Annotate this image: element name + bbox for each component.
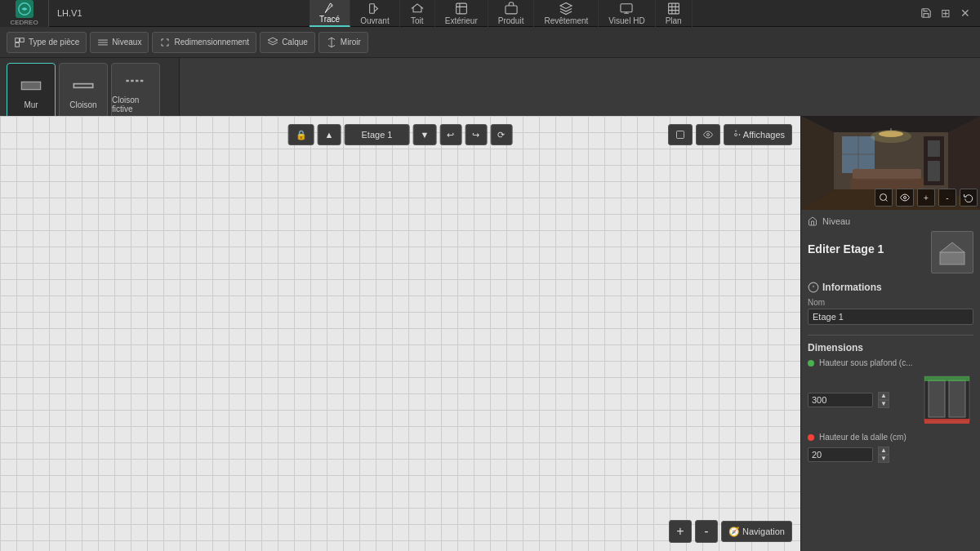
divider-1 — [808, 335, 973, 335]
secondbar: Type de pièce Niveaux Redimensionnement … — [0, 27, 980, 58]
nav-exterieur[interactable]: Extérieur — [435, 0, 488, 27]
svg-rect-95 — [949, 380, 965, 417]
view-btn-2[interactable] — [696, 124, 720, 145]
canvas-area[interactable]: 23.57 m² 54.05 m² 28.93 m² 69.77 m² 10.5… — [0, 116, 800, 551]
panel-content: Niveau Editer Etage 1 Informations — [801, 210, 980, 551]
svg-point-87 — [904, 197, 906, 199]
affichages-btn[interactable]: Affichages — [724, 124, 792, 145]
svg-rect-7 — [20, 38, 24, 42]
plafond-dot — [808, 360, 814, 367]
save-window-btn[interactable] — [920, 7, 933, 20]
window-controls: ⊞ ✕ — [911, 7, 980, 20]
nav-tools: Tracé Ouvrant Toit Extérieur Produit Rev… — [91, 0, 911, 27]
svg-point-66 — [734, 134, 737, 136]
nom-input[interactable] — [808, 309, 973, 325]
svg-rect-88 — [940, 252, 964, 264]
preview-icons: + - — [875, 189, 978, 207]
dalle-dot — [808, 434, 814, 441]
nav-revetement[interactable]: Revêtement — [534, 0, 599, 27]
plafond-spin: ▲ ▼ — [878, 392, 889, 408]
topbar: CEDREO LH.V1 Tracé Ouvrant Toit Extérieu… — [0, 0, 980, 27]
svg-point-68 — [739, 135, 740, 136]
svg-rect-6 — [16, 38, 20, 42]
svg-rect-5 — [668, 3, 679, 14]
hauteur-plafond-row: Hauteur sous plafond (c... — [808, 358, 973, 367]
redo-btn[interactable]: ↪ — [465, 124, 487, 145]
btn-calque[interactable]: Calque — [260, 32, 315, 53]
floor-up-btn[interactable]: ▲ — [318, 124, 341, 145]
floor-label[interactable]: Etage 1 — [345, 124, 410, 145]
dim-diagram — [920, 372, 973, 428]
tool-cloison-fictive[interactable]: Cloison fictive — [111, 63, 160, 120]
svg-point-67 — [735, 131, 736, 131]
hauteur-plafond-input-row: ▲ ▼ — [808, 372, 973, 428]
btn-miroir[interactable]: Miroir — [318, 32, 368, 53]
lock-btn[interactable]: 🔒 — [288, 124, 314, 145]
svg-rect-97 — [924, 419, 969, 424]
undo-btn[interactable]: ↩ — [439, 124, 461, 145]
zoom-out-btn[interactable]: - — [695, 520, 718, 543]
svg-point-65 — [706, 134, 709, 136]
plafond-input[interactable] — [808, 393, 873, 407]
canvas-bg — [0, 116, 800, 551]
panel-header-label: Niveau — [822, 216, 850, 226]
close-window-btn[interactable]: ✕ — [959, 7, 972, 20]
view-btn-1[interactable] — [668, 124, 693, 145]
svg-rect-8 — [16, 42, 20, 47]
svg-rect-9 — [21, 82, 40, 89]
nav-visuel-hd[interactable]: Visuel HD — [599, 0, 655, 27]
preview-btn-4[interactable]: - — [938, 189, 956, 207]
nav-plan[interactable]: Plan — [656, 0, 693, 27]
btn-type-piece[interactable]: Type de pièce — [7, 32, 87, 53]
nav-trace[interactable]: Tracé — [310, 0, 350, 27]
plafond-label: Hauteur sous plafond (c... — [819, 358, 973, 367]
info-section-title: Informations — [808, 282, 973, 293]
svg-rect-64 — [676, 131, 684, 139]
tool-mur[interactable]: Mur — [7, 63, 56, 120]
preview-btn-5[interactable] — [960, 189, 978, 207]
floor-down-btn[interactable]: ▼ — [413, 124, 437, 145]
svg-marker-89 — [940, 242, 964, 252]
svg-rect-78 — [850, 177, 924, 189]
info-section: Informations Nom — [808, 282, 973, 325]
floor-controls: 🔒 ▲ Etage 1 ▼ ↩ ↪ ⟳ — [288, 124, 513, 145]
dalle-spin-down[interactable]: ▼ — [878, 455, 889, 463]
preview-area: + - — [801, 116, 980, 210]
preview-btn-1[interactable] — [875, 189, 893, 207]
logo-icon — [16, 0, 33, 18]
dalle-input[interactable] — [808, 447, 873, 462]
svg-rect-79 — [853, 169, 921, 179]
svg-rect-85 — [928, 161, 940, 181]
dimensions-section: Dimensions Hauteur sous plafond (c... ▲ … — [808, 342, 973, 463]
dimensions-section-title: Dimensions — [808, 342, 973, 353]
floor-right-controls: Affichages — [668, 124, 792, 145]
dalle-spin: ▲ ▼ — [878, 447, 889, 463]
tool-cloison[interactable]: Cloison — [59, 63, 108, 120]
svg-rect-10 — [74, 83, 92, 87]
svg-rect-1 — [370, 3, 375, 12]
refresh-btn[interactable]: ⟳ — [490, 124, 512, 145]
panel-header: Niveau — [808, 216, 973, 226]
preview-btn-2[interactable] — [896, 189, 914, 207]
nav-produit[interactable]: Produit — [488, 0, 535, 27]
svg-rect-3 — [505, 5, 516, 13]
zoom-in-btn[interactable]: + — [669, 520, 692, 543]
plafond-spin-up[interactable]: ▲ — [878, 392, 889, 400]
navigation-btn[interactable]: 🧭 Navigation — [721, 521, 792, 542]
btn-redimensionnement[interactable]: Redimensionnement — [152, 32, 256, 53]
plafond-spin-down[interactable]: ▼ — [878, 400, 889, 408]
file-name: LH.V1 — [49, 8, 91, 18]
preview-btn-3[interactable]: + — [917, 189, 935, 207]
svg-rect-4 — [621, 3, 632, 11]
right-panel: + - Niveau Editer Etage 1 — [800, 116, 980, 551]
main-area: 23.57 m² 54.05 m² 28.93 m² 69.77 m² 10.5… — [0, 116, 980, 551]
nav-toit[interactable]: Toit — [400, 0, 435, 27]
svg-rect-84 — [928, 140, 940, 157]
nom-label: Nom — [808, 298, 973, 307]
btn-niveaux[interactable]: Niveaux — [90, 32, 149, 53]
dalle-spin-up[interactable]: ▲ — [878, 447, 889, 455]
expand-window-btn[interactable]: ⊞ — [939, 7, 952, 20]
logo-area: CEDREO — [0, 0, 49, 27]
panel-title: Editer Etage 1 — [808, 242, 884, 256]
nav-ouvrant[interactable]: Ouvrant — [350, 0, 400, 27]
